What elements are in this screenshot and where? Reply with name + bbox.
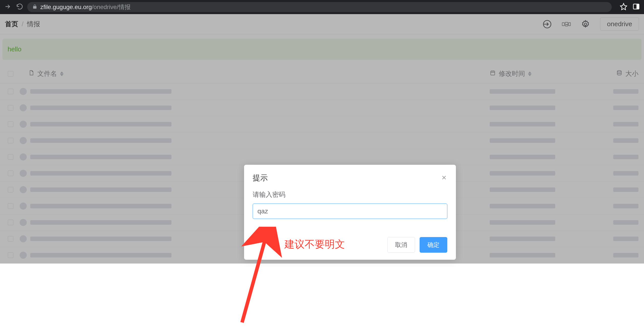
lock-icon (32, 4, 37, 11)
modal-title: 提示 (253, 173, 268, 183)
address-bar[interactable]: zfile.guguge.eu.org/onedrive/情报 (27, 2, 612, 12)
address-url: zfile.guguge.eu.org/onedrive/情报 (40, 3, 131, 11)
browser-right (620, 3, 640, 11)
browser-toolbar: zfile.guguge.eu.org/onedrive/情报 (0, 0, 644, 14)
confirm-button[interactable]: 确定 (420, 237, 447, 253)
svg-rect-1 (636, 4, 639, 9)
cancel-button[interactable]: 取消 (387, 237, 415, 253)
close-icon[interactable] (441, 174, 447, 182)
forward-icon[interactable] (4, 3, 11, 11)
modal-label: 请输入密码 (253, 190, 447, 199)
reload-icon[interactable] (16, 3, 23, 11)
star-icon[interactable] (620, 3, 627, 11)
password-modal: 提示 请输入密码 取消 确定 (244, 165, 456, 260)
panel-icon[interactable] (632, 3, 640, 11)
url-host: zfile.guguge.eu.org (40, 4, 92, 10)
url-path: /onedrive/情报 (92, 4, 130, 10)
password-input[interactable] (253, 204, 447, 219)
browser-nav (4, 3, 23, 11)
annotation-text: 建议不要明文 (284, 237, 345, 251)
